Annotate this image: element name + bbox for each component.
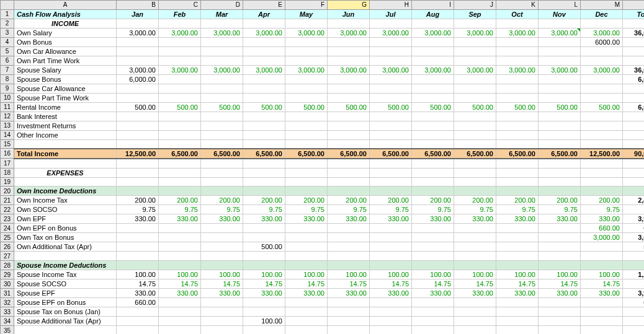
cell[interactable]: 14.75 [581,279,623,289]
cell[interactable] [412,233,454,242]
cell[interactable] [581,139,623,149]
cell[interactable]: 3,000.00 [243,65,285,74]
row-label[interactable]: INCOME [14,19,117,28]
cell[interactable]: 330.00 [370,289,412,298]
cell[interactable] [117,56,159,65]
cell[interactable]: 3,000.00 [159,65,201,74]
cell[interactable] [285,187,328,196]
cell[interactable] [412,159,454,169]
cell[interactable] [243,224,285,233]
cell[interactable] [201,159,243,169]
col-header-I[interactable]: I [412,1,454,10]
cell[interactable] [328,242,370,252]
cell[interactable]: 200.00 [159,196,201,205]
row-header[interactable]: 23 [1,214,14,224]
cell[interactable]: 500.00 [496,102,539,112]
cell[interactable] [539,46,581,56]
cell[interactable] [117,242,159,252]
cell[interactable] [496,56,539,65]
cell[interactable] [328,177,370,187]
cell[interactable]: 200.00 [496,196,539,205]
cell[interactable] [285,37,328,46]
cell[interactable] [201,168,243,177]
total-cell[interactable]: 3,000.00 [623,233,645,242]
cell[interactable] [581,242,623,252]
cell[interactable]: 3,000.00 [539,28,581,37]
cell[interactable]: 500.00 [243,242,285,252]
cell[interactable] [412,46,454,56]
cell[interactable]: 3,000.00 [285,28,328,37]
cell[interactable] [159,242,201,252]
total-cell[interactable]: - [623,168,645,177]
cell[interactable] [454,187,496,196]
cell[interactable] [412,19,454,28]
total-cell[interactable]: 6,000.00 [623,102,645,112]
month-header[interactable]: Dec [581,9,623,19]
cell[interactable] [328,37,370,46]
cell[interactable] [496,112,539,121]
cell[interactable]: 330.00 [454,214,496,224]
cell[interactable] [243,307,285,317]
total-cell[interactable]: 90,000.00 [623,149,645,159]
cell[interactable] [581,298,623,307]
cell[interactable] [285,19,328,28]
cell[interactable] [454,37,496,46]
cell[interactable]: 14.75 [539,279,581,289]
cell[interactable] [285,56,328,65]
row-label[interactable]: Spouse EPF on Bonus [14,298,117,307]
total-cell[interactable]: 36,000.00 [623,28,645,37]
cell[interactable] [412,317,454,326]
row-header[interactable]: 28 [1,261,14,270]
cell[interactable] [285,130,328,139]
cell[interactable]: 3,000.00 [328,28,370,37]
cell[interactable] [581,307,623,317]
cell[interactable] [581,252,623,261]
cell[interactable] [285,121,328,130]
cell[interactable] [159,56,201,65]
cell[interactable] [243,187,285,196]
row-label[interactable]: Spouse Tax on Bonus (Jan) [14,307,117,317]
row-header[interactable]: 5 [1,46,14,56]
month-header[interactable]: Jun [328,9,370,19]
row-header[interactable]: 22 [1,205,14,214]
cell[interactable] [328,19,370,28]
month-header[interactable]: Nov [539,9,581,19]
cell[interactable] [370,233,412,242]
cell[interactable] [496,307,539,317]
cell[interactable] [159,233,201,242]
col-header-D[interactable]: D [201,1,243,10]
cell[interactable]: 6,500.00 [201,149,243,159]
cell[interactable]: 6,500.00 [243,149,285,159]
col-header-C[interactable]: C [159,1,201,10]
cell[interactable]: 12,500.00 [581,149,623,159]
cell[interactable]: 200.00 [370,196,412,205]
cell[interactable] [581,46,623,56]
cell[interactable] [370,317,412,326]
cell[interactable]: 3,000.00 [243,28,285,37]
cell[interactable] [370,46,412,56]
row-header[interactable]: 3 [1,28,14,37]
cell[interactable] [539,326,581,335]
cell[interactable]: 500.00 [581,102,623,112]
row-label[interactable]: Own EPF [14,214,117,224]
cell[interactable] [243,56,285,65]
cell[interactable] [370,261,412,270]
cell[interactable] [328,130,370,139]
cell[interactable] [201,93,243,102]
cell[interactable] [201,139,243,149]
cell[interactable]: 6,000.00 [117,74,159,84]
col-header-M[interactable]: M [581,1,623,10]
cell[interactable] [454,130,496,139]
cell[interactable] [243,112,285,121]
col-header-A[interactable]: A [14,1,117,10]
cell[interactable] [454,168,496,177]
cell[interactable] [581,261,623,270]
cell[interactable]: 12,500.00 [117,149,159,159]
cell[interactable] [539,233,581,242]
cell[interactable] [370,298,412,307]
cell[interactable] [496,233,539,242]
cell[interactable] [243,37,285,46]
cell[interactable]: 200.00 [243,196,285,205]
cell[interactable] [496,187,539,196]
row-header[interactable]: 27 [1,252,14,261]
